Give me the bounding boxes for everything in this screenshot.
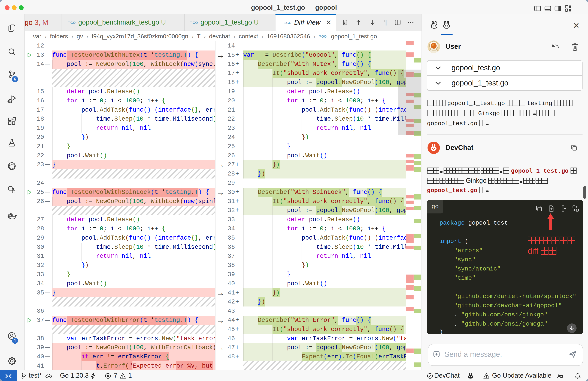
svg-text:GO: GO: [321, 35, 327, 38]
svg-text:GO: GO: [286, 21, 292, 25]
svg-text:GO: GO: [193, 21, 198, 24]
svg-text:GO: GO: [70, 21, 76, 24]
